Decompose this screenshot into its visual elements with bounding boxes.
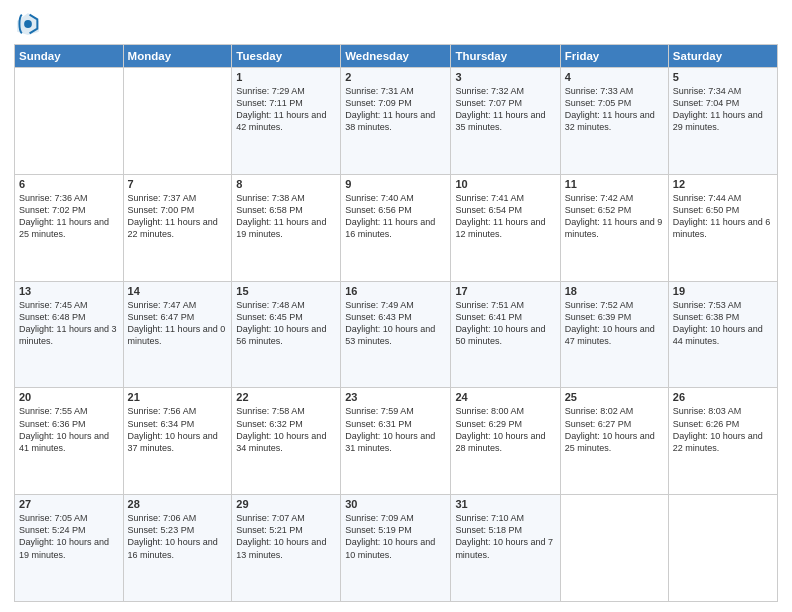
cell-sun-info: Sunrise: 7:53 AM Sunset: 6:38 PM Dayligh…: [673, 299, 773, 348]
day-number: 15: [236, 285, 336, 297]
calendar-cell: 14Sunrise: 7:47 AM Sunset: 6:47 PM Dayli…: [123, 281, 232, 388]
calendar-cell: [560, 495, 668, 602]
calendar-cell: [668, 495, 777, 602]
day-number: 12: [673, 178, 773, 190]
weekday-header-friday: Friday: [560, 45, 668, 68]
cell-sun-info: Sunrise: 7:06 AM Sunset: 5:23 PM Dayligh…: [128, 512, 228, 561]
cell-sun-info: Sunrise: 7:36 AM Sunset: 7:02 PM Dayligh…: [19, 192, 119, 241]
cell-sun-info: Sunrise: 7:58 AM Sunset: 6:32 PM Dayligh…: [236, 405, 336, 454]
day-number: 3: [455, 71, 555, 83]
day-number: 6: [19, 178, 119, 190]
calendar-cell: 12Sunrise: 7:44 AM Sunset: 6:50 PM Dayli…: [668, 174, 777, 281]
calendar-cell: 16Sunrise: 7:49 AM Sunset: 6:43 PM Dayli…: [341, 281, 451, 388]
cell-sun-info: Sunrise: 7:05 AM Sunset: 5:24 PM Dayligh…: [19, 512, 119, 561]
day-number: 2: [345, 71, 446, 83]
day-number: 13: [19, 285, 119, 297]
day-number: 5: [673, 71, 773, 83]
day-number: 24: [455, 391, 555, 403]
day-number: 9: [345, 178, 446, 190]
cell-sun-info: Sunrise: 7:49 AM Sunset: 6:43 PM Dayligh…: [345, 299, 446, 348]
calendar-week-row: 6Sunrise: 7:36 AM Sunset: 7:02 PM Daylig…: [15, 174, 778, 281]
calendar-cell: 25Sunrise: 8:02 AM Sunset: 6:27 PM Dayli…: [560, 388, 668, 495]
day-number: 1: [236, 71, 336, 83]
svg-point-2: [24, 20, 32, 28]
calendar-cell: [15, 68, 124, 175]
weekday-header-saturday: Saturday: [668, 45, 777, 68]
cell-sun-info: Sunrise: 7:52 AM Sunset: 6:39 PM Dayligh…: [565, 299, 664, 348]
day-number: 8: [236, 178, 336, 190]
cell-sun-info: Sunrise: 7:32 AM Sunset: 7:07 PM Dayligh…: [455, 85, 555, 134]
cell-sun-info: Sunrise: 7:07 AM Sunset: 5:21 PM Dayligh…: [236, 512, 336, 561]
calendar-cell: 5Sunrise: 7:34 AM Sunset: 7:04 PM Daylig…: [668, 68, 777, 175]
calendar-cell: 26Sunrise: 8:03 AM Sunset: 6:26 PM Dayli…: [668, 388, 777, 495]
day-number: 14: [128, 285, 228, 297]
cell-sun-info: Sunrise: 7:59 AM Sunset: 6:31 PM Dayligh…: [345, 405, 446, 454]
cell-sun-info: Sunrise: 7:40 AM Sunset: 6:56 PM Dayligh…: [345, 192, 446, 241]
weekday-header-tuesday: Tuesday: [232, 45, 341, 68]
cell-sun-info: Sunrise: 8:00 AM Sunset: 6:29 PM Dayligh…: [455, 405, 555, 454]
day-number: 17: [455, 285, 555, 297]
cell-sun-info: Sunrise: 7:56 AM Sunset: 6:34 PM Dayligh…: [128, 405, 228, 454]
cell-sun-info: Sunrise: 7:51 AM Sunset: 6:41 PM Dayligh…: [455, 299, 555, 348]
day-number: 10: [455, 178, 555, 190]
cell-sun-info: Sunrise: 7:37 AM Sunset: 7:00 PM Dayligh…: [128, 192, 228, 241]
day-number: 31: [455, 498, 555, 510]
header: [14, 10, 778, 38]
calendar-cell: 1Sunrise: 7:29 AM Sunset: 7:11 PM Daylig…: [232, 68, 341, 175]
cell-sun-info: Sunrise: 7:10 AM Sunset: 5:18 PM Dayligh…: [455, 512, 555, 561]
calendar-week-row: 1Sunrise: 7:29 AM Sunset: 7:11 PM Daylig…: [15, 68, 778, 175]
calendar-cell: 8Sunrise: 7:38 AM Sunset: 6:58 PM Daylig…: [232, 174, 341, 281]
calendar-cell: 20Sunrise: 7:55 AM Sunset: 6:36 PM Dayli…: [15, 388, 124, 495]
logo-icon: [14, 10, 42, 38]
calendar-cell: 9Sunrise: 7:40 AM Sunset: 6:56 PM Daylig…: [341, 174, 451, 281]
calendar-cell: 23Sunrise: 7:59 AM Sunset: 6:31 PM Dayli…: [341, 388, 451, 495]
cell-sun-info: Sunrise: 7:45 AM Sunset: 6:48 PM Dayligh…: [19, 299, 119, 348]
cell-sun-info: Sunrise: 7:48 AM Sunset: 6:45 PM Dayligh…: [236, 299, 336, 348]
calendar-cell: 7Sunrise: 7:37 AM Sunset: 7:00 PM Daylig…: [123, 174, 232, 281]
calendar-week-row: 13Sunrise: 7:45 AM Sunset: 6:48 PM Dayli…: [15, 281, 778, 388]
day-number: 18: [565, 285, 664, 297]
day-number: 4: [565, 71, 664, 83]
calendar-cell: 4Sunrise: 7:33 AM Sunset: 7:05 PM Daylig…: [560, 68, 668, 175]
logo: [14, 10, 46, 38]
cell-sun-info: Sunrise: 8:02 AM Sunset: 6:27 PM Dayligh…: [565, 405, 664, 454]
calendar-cell: 29Sunrise: 7:07 AM Sunset: 5:21 PM Dayli…: [232, 495, 341, 602]
calendar-week-row: 20Sunrise: 7:55 AM Sunset: 6:36 PM Dayli…: [15, 388, 778, 495]
calendar-cell: 19Sunrise: 7:53 AM Sunset: 6:38 PM Dayli…: [668, 281, 777, 388]
calendar-cell: 10Sunrise: 7:41 AM Sunset: 6:54 PM Dayli…: [451, 174, 560, 281]
calendar-cell: 22Sunrise: 7:58 AM Sunset: 6:32 PM Dayli…: [232, 388, 341, 495]
day-number: 16: [345, 285, 446, 297]
cell-sun-info: Sunrise: 7:41 AM Sunset: 6:54 PM Dayligh…: [455, 192, 555, 241]
cell-sun-info: Sunrise: 7:31 AM Sunset: 7:09 PM Dayligh…: [345, 85, 446, 134]
cell-sun-info: Sunrise: 7:09 AM Sunset: 5:19 PM Dayligh…: [345, 512, 446, 561]
calendar-cell: 18Sunrise: 7:52 AM Sunset: 6:39 PM Dayli…: [560, 281, 668, 388]
day-number: 19: [673, 285, 773, 297]
day-number: 29: [236, 498, 336, 510]
calendar-cell: 31Sunrise: 7:10 AM Sunset: 5:18 PM Dayli…: [451, 495, 560, 602]
calendar-cell: 11Sunrise: 7:42 AM Sunset: 6:52 PM Dayli…: [560, 174, 668, 281]
weekday-header-monday: Monday: [123, 45, 232, 68]
calendar-table: SundayMondayTuesdayWednesdayThursdayFrid…: [14, 44, 778, 602]
day-number: 27: [19, 498, 119, 510]
day-number: 26: [673, 391, 773, 403]
calendar-cell: 21Sunrise: 7:56 AM Sunset: 6:34 PM Dayli…: [123, 388, 232, 495]
calendar-cell: 28Sunrise: 7:06 AM Sunset: 5:23 PM Dayli…: [123, 495, 232, 602]
cell-sun-info: Sunrise: 7:29 AM Sunset: 7:11 PM Dayligh…: [236, 85, 336, 134]
cell-sun-info: Sunrise: 7:55 AM Sunset: 6:36 PM Dayligh…: [19, 405, 119, 454]
calendar-cell: 27Sunrise: 7:05 AM Sunset: 5:24 PM Dayli…: [15, 495, 124, 602]
calendar-week-row: 27Sunrise: 7:05 AM Sunset: 5:24 PM Dayli…: [15, 495, 778, 602]
day-number: 23: [345, 391, 446, 403]
day-number: 21: [128, 391, 228, 403]
calendar-cell: 15Sunrise: 7:48 AM Sunset: 6:45 PM Dayli…: [232, 281, 341, 388]
cell-sun-info: Sunrise: 8:03 AM Sunset: 6:26 PM Dayligh…: [673, 405, 773, 454]
day-number: 7: [128, 178, 228, 190]
calendar-cell: 30Sunrise: 7:09 AM Sunset: 5:19 PM Dayli…: [341, 495, 451, 602]
cell-sun-info: Sunrise: 7:38 AM Sunset: 6:58 PM Dayligh…: [236, 192, 336, 241]
calendar-cell: 17Sunrise: 7:51 AM Sunset: 6:41 PM Dayli…: [451, 281, 560, 388]
calendar-cell: 6Sunrise: 7:36 AM Sunset: 7:02 PM Daylig…: [15, 174, 124, 281]
page: SundayMondayTuesdayWednesdayThursdayFrid…: [0, 0, 792, 612]
weekday-header-row: SundayMondayTuesdayWednesdayThursdayFrid…: [15, 45, 778, 68]
calendar-cell: 13Sunrise: 7:45 AM Sunset: 6:48 PM Dayli…: [15, 281, 124, 388]
cell-sun-info: Sunrise: 7:33 AM Sunset: 7:05 PM Dayligh…: [565, 85, 664, 134]
day-number: 22: [236, 391, 336, 403]
